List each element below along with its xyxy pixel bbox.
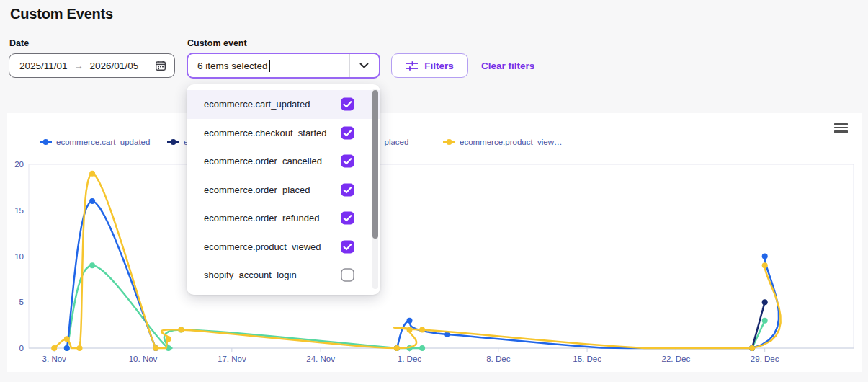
dropdown-option-label: ecommerce.product_viewed — [204, 241, 321, 252]
scrollbar-track[interactable] — [372, 89, 378, 289]
chart-menu-button[interactable] — [834, 121, 848, 134]
filters-button-label: Filters — [424, 61, 454, 71]
filter-sliders-icon — [406, 61, 419, 71]
chart-legend: ecommerce.cart_updatedecommerce.checkout… — [7, 138, 862, 149]
checkbox-checked-icon[interactable] — [341, 240, 354, 254]
svg-text:15. Dec: 15. Dec — [573, 355, 601, 363]
dropdown-option-label: ecommerce.order_placed — [204, 185, 310, 195]
text-cursor — [269, 60, 270, 72]
dropdown-option[interactable]: ecommerce.order_placed — [187, 176, 380, 205]
custom-event-select[interactable]: 6 items selected — [187, 53, 380, 79]
date-start-value: 2025/11/01 — [19, 61, 68, 71]
svg-text:5: 5 — [19, 298, 24, 306]
date-range-input[interactable]: 2025/11/01 → 2026/01/05 — [9, 53, 175, 78]
dropdown-options-list: ecommerce.cart_updatedecommerce.checkout… — [187, 90, 380, 290]
clear-filters-link[interactable]: Clear filters — [481, 61, 534, 71]
svg-text:8. Dec: 8. Dec — [486, 355, 510, 363]
checkbox-checked-icon[interactable] — [341, 126, 354, 140]
custom-event-label: Custom event — [187, 38, 247, 48]
checkbox-checked-icon[interactable] — [341, 154, 354, 168]
svg-text:3. Nov: 3. Nov — [42, 355, 66, 363]
filters-button[interactable]: Filters — [391, 53, 468, 78]
checkbox-checked-icon[interactable] — [341, 183, 354, 197]
dropdown-option[interactable]: shopify_account_login — [187, 261, 380, 290]
dropdown-option[interactable]: ecommerce.order_refunded — [187, 204, 380, 233]
dropdown-option-label: ecommerce.order_cancelled — [204, 156, 322, 166]
checkbox-checked-icon[interactable] — [341, 97, 354, 111]
legend-item[interactable]: ecommerce.product_view… — [443, 138, 563, 146]
chevron-down-icon — [359, 63, 369, 68]
svg-text:10: 10 — [14, 252, 24, 261]
svg-text:15: 15 — [14, 206, 24, 215]
dropdown-option[interactable]: ecommerce.checkout_started — [187, 119, 380, 148]
select-chevron-area[interactable] — [349, 54, 379, 77]
dropdown-option-label: ecommerce.order_refunded — [204, 213, 319, 223]
svg-text:10. Nov: 10. Nov — [129, 355, 158, 363]
custom-event-dropdown: ecommerce.cart_updatedecommerce.checkout… — [187, 84, 380, 295]
svg-text:0: 0 — [19, 344, 24, 352]
checkbox-unchecked-icon[interactable] — [341, 268, 354, 282]
svg-text:29. Dec: 29. Dec — [751, 355, 779, 363]
select-value: 6 items selected — [197, 61, 268, 71]
chart-card: 3. Nov10. Nov17. Nov24. Nov1. Dec8. Dec1… — [7, 113, 862, 372]
custom-events-page: Custom Events Date 2025/11/01 → 2026/01/… — [0, 0, 868, 382]
legend-item[interactable]: ecommerce.cart_updated — [40, 138, 150, 146]
dropdown-option-label: ecommerce.checkout_started — [204, 128, 327, 138]
legend-marker-icon — [40, 138, 52, 146]
dropdown-option-label: ecommerce.cart_updated — [204, 99, 310, 110]
legend-marker-icon — [167, 138, 179, 146]
arrow-right-icon: → — [74, 61, 84, 71]
dropdown-option[interactable]: ecommerce.product_viewed — [187, 233, 380, 262]
scrollbar-thumb[interactable] — [372, 90, 378, 239]
calendar-icon[interactable] — [155, 60, 166, 71]
line-chart: 3. Nov10. Nov17. Nov24. Nov1. Dec8. Dec1… — [7, 113, 862, 372]
legend-label: ecommerce.cart_updated — [56, 138, 150, 146]
page-title: Custom Events — [10, 6, 113, 22]
dropdown-option[interactable]: ecommerce.cart_updated — [187, 90, 380, 119]
svg-text:20: 20 — [14, 160, 24, 169]
svg-text:1. Dec: 1. Dec — [398, 355, 421, 363]
date-end-value: 2026/01/05 — [90, 61, 139, 71]
date-label: Date — [9, 38, 29, 48]
dropdown-option-label: shopify_account_login — [204, 270, 297, 280]
svg-text:24. Nov: 24. Nov — [306, 355, 335, 363]
svg-text:17. Nov: 17. Nov — [218, 355, 246, 363]
legend-label: ecommerce.product_view… — [460, 138, 563, 146]
checkbox-checked-icon[interactable] — [341, 211, 354, 225]
legend-marker-icon — [443, 138, 455, 146]
dropdown-option[interactable]: ecommerce.order_cancelled — [187, 147, 380, 176]
svg-text:22. Dec: 22. Dec — [662, 355, 691, 363]
